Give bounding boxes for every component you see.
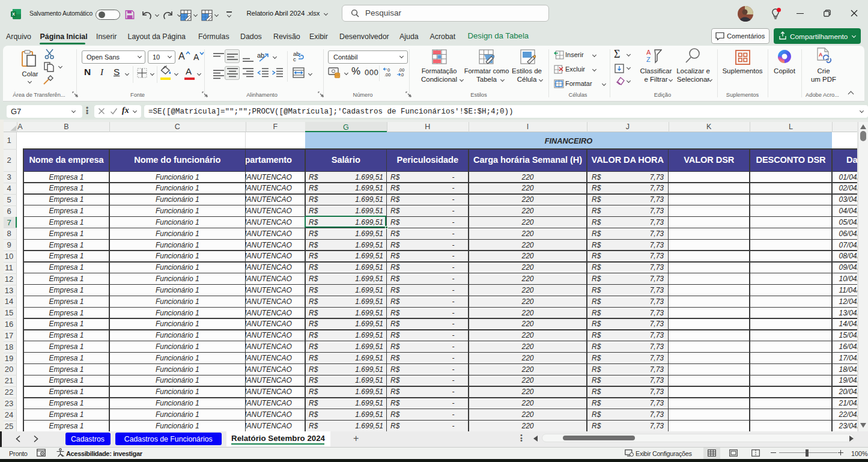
svg-text:.00: .00 [384, 72, 390, 77]
svg-text:Z: Z [646, 56, 651, 63]
svg-text:X: X [11, 11, 14, 17]
svg-text:A: A [646, 49, 651, 56]
svg-text:A: A [819, 52, 823, 58]
svg-text:c: c [293, 56, 296, 62]
